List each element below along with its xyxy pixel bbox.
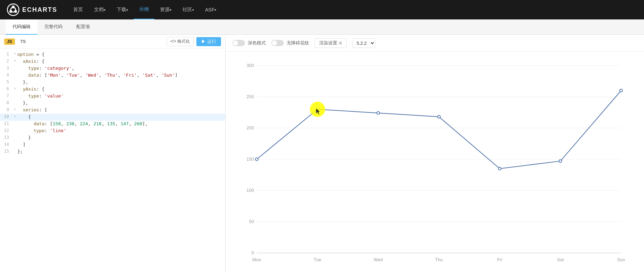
chart-panel: 深色模式 无障碍花纹 渲染设置 ⊙ 5.2.2 0501001502002503… — [226, 35, 644, 272]
nav-item-docs[interactable]: 文档 — [88, 0, 111, 19]
code-line: 6▾ yAxis: { — [0, 86, 225, 93]
editor-panel: JS TS </> 格式化 ▶ 运行 1▾option = {2▾ xAxis:… — [0, 35, 226, 272]
line-content: }, — [17, 79, 28, 85]
line-content: ] — [17, 142, 25, 147]
svg-text:Sun: Sun — [617, 257, 625, 262]
lang-ts-badge[interactable]: TS — [18, 39, 28, 45]
code-line: 10▾ { — [0, 114, 225, 121]
code-line: 2▾ xAxis: { — [0, 58, 225, 65]
svg-text:300: 300 — [246, 63, 254, 68]
line-arrow-icon: ▾ — [12, 114, 17, 118]
chart-controls: 深色模式 无障碍花纹 渲染设置 ⊙ 5.2.2 — [226, 35, 644, 52]
svg-text:Thu: Thu — [435, 257, 443, 262]
code-line: 11 data: [150, 230, 224, 218, 135, 147, … — [0, 121, 225, 128]
svg-text:50: 50 — [249, 219, 254, 224]
version-select[interactable]: 5.2.2 — [352, 39, 375, 48]
svg-point-29 — [377, 112, 380, 114]
svg-point-32 — [559, 160, 562, 162]
line-number: 2 — [0, 59, 12, 63]
nav-logo[interactable]: ECHARTS — [7, 3, 57, 16]
svg-text:100: 100 — [246, 188, 254, 193]
line-content: option = { — [17, 52, 44, 57]
chart-area: 050100150200250300MonTueWedThuFriSatSun — [226, 52, 644, 272]
svg-point-34 — [310, 102, 325, 117]
code-line: 5 }, — [0, 79, 225, 86]
tab-code-editor[interactable]: 代码编辑 — [6, 19, 37, 35]
svg-point-30 — [438, 116, 440, 118]
nav-item-home[interactable]: 首页 — [68, 0, 88, 19]
line-content: }; — [17, 149, 23, 154]
line-number: 14 — [0, 142, 12, 147]
code-line: 8 }, — [0, 100, 225, 107]
sub-tabs: 代码编辑 完整代码 配置项 — [0, 19, 644, 35]
nav-item-examples[interactable]: 示例 — [134, 0, 154, 19]
code-area[interactable]: 1▾option = {2▾ xAxis: {3 type: 'category… — [0, 49, 225, 271]
line-number: 3 — [0, 66, 12, 70]
nav-item-download[interactable]: 下载 — [111, 0, 134, 19]
code-line: 13 } — [0, 135, 225, 142]
line-content: { — [17, 114, 31, 119]
dark-mode-toggle-group: 深色模式 — [232, 40, 266, 46]
tab-full-code[interactable]: 完整代码 — [37, 19, 69, 35]
logo-icon — [7, 3, 19, 16]
svg-point-2 — [12, 6, 15, 8]
line-number: 5 — [0, 79, 12, 84]
line-content: type: 'value' — [17, 93, 63, 99]
svg-point-3 — [14, 10, 17, 13]
nav-items: 首页 文档 下载 示例 资源 社区 ASF — [68, 0, 222, 19]
line-content: yAxis: { — [17, 86, 44, 92]
dark-mode-toggle[interactable] — [232, 40, 245, 46]
code-line: 3 type: 'category', — [0, 65, 225, 72]
code-line: 1▾option = { — [0, 51, 225, 58]
line-content: series: [ — [17, 107, 47, 112]
code-line: 14 ] — [0, 142, 225, 148]
lang-js-badge[interactable]: JS — [4, 39, 15, 45]
svg-text:Mon: Mon — [252, 257, 261, 262]
line-arrow-icon: ▾ — [12, 86, 17, 90]
format-button[interactable]: </> 格式化 — [167, 37, 194, 46]
line-number: 10 — [0, 114, 12, 119]
svg-text:0: 0 — [252, 250, 254, 255]
line-content: xAxis: { — [17, 59, 44, 64]
line-content: data: ['Mon', 'Tue', 'Wed', 'Thu', 'Fri'… — [17, 73, 178, 78]
svg-point-31 — [498, 167, 501, 170]
nav-item-community[interactable]: 社区 — [177, 0, 200, 19]
line-content: type: 'category', — [17, 66, 74, 71]
line-arrow-icon: ▾ — [12, 59, 17, 62]
svg-point-27 — [255, 158, 258, 161]
line-arrow-icon: ▾ — [12, 52, 17, 56]
chart-svg: 050100150200250300MonTueWedThuFriSatSun — [236, 59, 635, 272]
accessible-label: 无障碍花纹 — [287, 40, 309, 46]
nav-item-resources[interactable]: 资源 — [154, 0, 177, 19]
line-number: 6 — [0, 86, 12, 91]
line-number: 9 — [0, 107, 12, 112]
code-line: 4 data: ['Mon', 'Tue', 'Wed', 'Thu', 'Fr… — [0, 72, 225, 79]
line-arrow-icon: ▾ — [12, 107, 17, 111]
editor-toolbar: JS TS </> 格式化 ▶ 运行 — [0, 35, 225, 49]
run-button[interactable]: ▶ 运行 — [196, 37, 221, 46]
code-line: 12 type: 'line' — [0, 128, 225, 135]
nav-item-asf[interactable]: ASF — [200, 0, 222, 19]
top-navigation: ECHARTS 首页 文档 下载 示例 资源 社区 ASF — [0, 0, 644, 19]
accessible-toggle[interactable] — [271, 40, 284, 46]
svg-text:Sat: Sat — [557, 257, 564, 262]
code-line: 15}; — [0, 148, 225, 155]
line-number: 8 — [0, 100, 12, 105]
line-number: 4 — [0, 73, 12, 77]
tab-config[interactable]: 配置项 — [69, 19, 97, 35]
svg-text:250: 250 — [246, 94, 254, 99]
code-line: 7 type: 'value' — [0, 93, 225, 100]
main-layout: JS TS </> 格式化 ▶ 运行 1▾option = {2▾ xAxis:… — [0, 35, 644, 272]
svg-text:Wed: Wed — [374, 257, 383, 262]
line-content: type: 'line' — [17, 128, 66, 133]
line-number: 7 — [0, 93, 12, 98]
line-content: }, — [17, 100, 28, 105]
accessible-toggle-group: 无障碍花纹 — [271, 40, 309, 46]
line-content: data: [150, 230, 224, 218, 135, 147, 260… — [17, 121, 148, 126]
svg-point-33 — [620, 89, 622, 92]
line-number: 1 — [0, 52, 12, 57]
svg-text:Fri: Fri — [497, 257, 502, 262]
brand-name: ECHARTS — [22, 6, 57, 14]
render-settings-button[interactable]: 渲染设置 ⊙ — [315, 38, 347, 48]
line-content: } — [17, 135, 31, 140]
